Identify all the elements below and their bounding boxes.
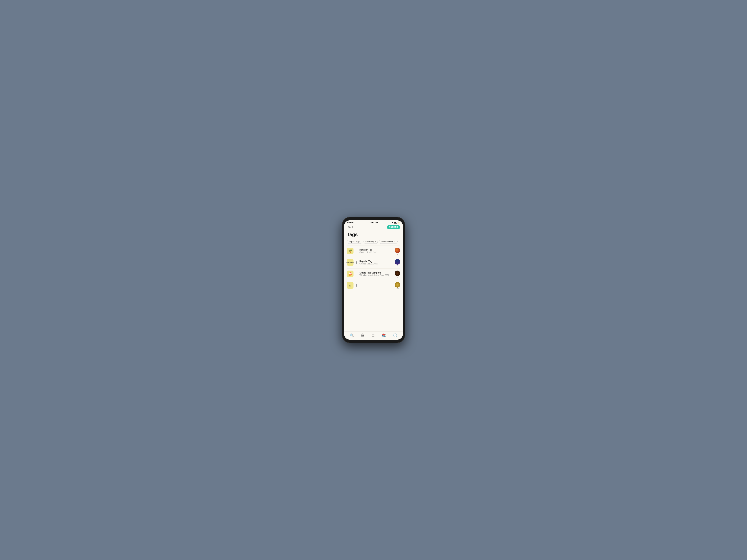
status-right: ✱ ⚡ <box>392 222 400 223</box>
book-count: 3 <box>397 265 398 267</box>
shelf-icon: 📚 <box>382 334 386 338</box>
dot <box>356 274 357 274</box>
dot <box>356 263 357 264</box>
tag-info: Regular Tag Created Sep 22, 2022. <box>359 260 393 265</box>
book-cover-thumb <box>395 259 400 265</box>
time-display: 2:30 PM <box>370 221 378 224</box>
tab-menu[interactable]: ☰ <box>370 333 376 338</box>
dot <box>356 252 357 252</box>
page-title: Tags <box>347 232 400 237</box>
tag-right[interactable]: 3 <box>395 259 400 267</box>
filter-label-smart: smart tag <box>365 241 374 243</box>
tag-icon-bookclub: bookclub <box>347 259 354 266</box>
book-count: 1 <box>397 254 398 255</box>
tag-desc: Titles I've sampled since 9 Apr 2021. <box>359 274 393 276</box>
tab-library[interactable]: 🏛 <box>360 333 366 338</box>
sort-icon: ↑↓ <box>394 241 395 243</box>
tab-search[interactable]: 🔍 <box>348 333 355 338</box>
tag-right[interactable]: 282 <box>395 282 400 290</box>
tag-date: Created Sep 22, 2022. <box>359 251 393 254</box>
tag-name: Smart Tag: Sampled <box>359 271 393 274</box>
more-options-button[interactable] <box>355 284 358 287</box>
scene: No SIM ▲ 2:30 PM ✱ ⚡ ‹ Shelf ACT <box>335 210 412 350</box>
main-content: Tags regular tag 3 smart tag 2 recent ac… <box>344 230 403 331</box>
tag-name: Regular Tag <box>359 260 393 263</box>
search-icon: 🔍 <box>350 334 354 338</box>
filter-smart-tag[interactable]: smart tag 2 <box>363 240 378 244</box>
wifi-icon: ▲ <box>354 222 356 223</box>
tag-left: 🍰 Smart Tag: Sampled Titles I've sampled… <box>347 271 393 277</box>
book-cover-thumb <box>395 247 400 253</box>
dot <box>356 261 357 262</box>
dot <box>356 251 357 251</box>
nav-bar: ‹ Shelf ACTIONS <box>344 224 403 230</box>
filter-count-regular: 3 <box>359 241 360 243</box>
phone-screen: No SIM ▲ 2:30 PM ✱ ⚡ ‹ Shelf ACT <box>344 220 403 340</box>
tab-activity[interactable]: 🕐 <box>392 333 399 338</box>
dot <box>356 273 357 273</box>
back-button[interactable]: ‹ Shelf <box>347 226 353 229</box>
tag-icon-last: ⊠ <box>347 282 354 289</box>
filter-recent-activity[interactable]: recent activity ↑↓ <box>379 240 397 244</box>
dot <box>356 285 357 286</box>
tag-item: bookclub Regular Tag Created Sep 22, 202… <box>347 257 400 268</box>
dot <box>356 250 357 250</box>
activity-icon: 🕐 <box>393 334 397 338</box>
bluetooth-icon: ✱ <box>392 222 393 223</box>
tag-right[interactable]: 1 <box>395 247 400 255</box>
tag-icon-sampled: 🍰 <box>347 271 354 277</box>
filter-regular-tag[interactable]: regular tag 3 <box>347 240 362 244</box>
tag-item: 🍰 Smart Tag: Sampled Titles I've sampled… <box>347 268 400 280</box>
more-options-button[interactable] <box>355 273 358 275</box>
more-options-button[interactable] <box>355 261 358 264</box>
filter-pills: regular tag 3 smart tag 2 recent activit… <box>347 240 400 244</box>
dot <box>356 275 357 275</box>
dot <box>356 262 357 263</box>
tab-shelf[interactable]: 📚 <box>380 333 387 338</box>
dot <box>356 286 357 287</box>
back-label: Shelf <box>348 226 353 229</box>
filter-label-regular: regular tag <box>349 241 359 243</box>
tab-bar: 🔍 🏛 ☰ 📚 🕐 <box>344 331 403 340</box>
tag-info: Regular Tag Created Sep 22, 2022. <box>359 248 393 254</box>
carrier-text: No SIM <box>347 222 354 224</box>
tag-item: 🌴 Regular Tag Created Sep 22, 2022. <box>347 245 400 257</box>
book-count: 282 <box>396 288 399 290</box>
tag-left: bookclub Regular Tag Created Sep 22, 202… <box>347 259 393 266</box>
dot <box>356 284 357 285</box>
library-icon: 🏛 <box>361 334 364 338</box>
status-bar: No SIM ▲ 2:30 PM ✱ ⚡ <box>344 220 403 224</box>
book-count: 15 <box>396 276 398 278</box>
menu-icon: ☰ <box>372 334 375 338</box>
filter-label-recent: recent activity <box>381 241 393 243</box>
tag-icon-palm: 🌴 <box>347 247 354 254</box>
tag-name: Regular Tag <box>359 248 393 251</box>
tag-item: ⊠ 282 <box>347 280 400 292</box>
tag-info: Smart Tag: Sampled Titles I've sampled s… <box>359 271 393 276</box>
tag-left: 🌴 Regular Tag Created Sep 22, 2022. <box>347 247 393 254</box>
battery-fill <box>394 222 396 223</box>
filter-count-smart: 2 <box>375 241 376 243</box>
more-options-button[interactable] <box>355 250 358 252</box>
phone-shell: No SIM ▲ 2:30 PM ✱ ⚡ ‹ Shelf ACT <box>342 217 405 343</box>
book-cover-thumb <box>395 282 400 288</box>
charging-icon: ⚡ <box>398 222 400 223</box>
book-cover-thumb <box>395 271 400 276</box>
status-left: No SIM ▲ <box>347 222 356 224</box>
tag-date: Created Sep 22, 2022. <box>359 263 393 265</box>
tag-left: ⊠ <box>347 282 393 289</box>
tag-right[interactable]: 15 <box>395 271 400 278</box>
battery-icon <box>394 222 397 223</box>
actions-button[interactable]: ACTIONS <box>387 225 401 229</box>
chevron-left-icon: ‹ <box>347 226 347 229</box>
